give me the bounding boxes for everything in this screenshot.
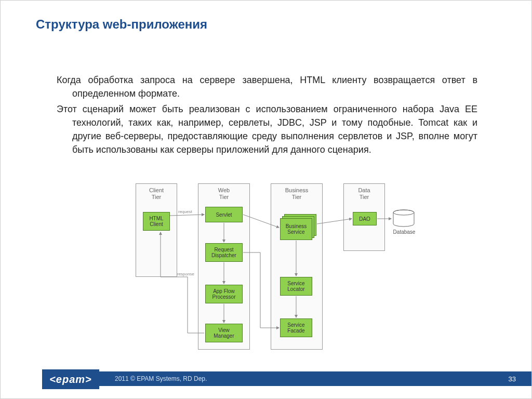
html-client-box: HTMLClient <box>143 212 170 231</box>
paragraph-1: Когда обработка запроса на сервере завер… <box>57 73 477 100</box>
body-text: Когда обработка запроса на сервере завер… <box>57 73 477 159</box>
web-tier-label: WebTier <box>198 187 249 201</box>
footer-bar: 2011 © EPAM Systems, RD Dep. 33 <box>42 371 531 386</box>
slide-title: Структура web-приложения <box>36 17 207 32</box>
data-tier-label: DataTier <box>344 187 384 201</box>
slide: Структура web-приложения Когда обработка… <box>0 0 532 399</box>
app-flow-processor-box: App FlowProcessor <box>205 285 243 303</box>
dao-box: DAO <box>353 212 377 225</box>
footer-copyright: 2011 © EPAM Systems, RD Dep. <box>115 375 207 382</box>
view-manager-box: ViewManager <box>205 324 243 342</box>
response-label: response <box>177 272 194 276</box>
service-facade-box: ServiceFacade <box>280 318 312 337</box>
request-label: request <box>178 209 192 214</box>
architecture-diagram: ClientTier WebTier BusinessTier DataTier… <box>136 183 416 355</box>
business-service-box: BusinessService <box>280 218 312 240</box>
page-number: 33 <box>509 375 516 383</box>
service-locator-box: ServiceLocator <box>280 277 312 296</box>
database-icon <box>392 209 415 227</box>
servlet-box: Servlet <box>205 207 243 222</box>
paragraph-2: Этот сценарий может быть реализован с ис… <box>57 102 477 156</box>
business-tier-label: BusinessTier <box>271 187 322 201</box>
epam-logo: <epam> <box>42 369 99 389</box>
request-dispatcher-box: RequestDispatcher <box>205 243 243 262</box>
database-label: Database <box>391 229 417 235</box>
client-tier-label: ClientTier <box>136 187 177 201</box>
